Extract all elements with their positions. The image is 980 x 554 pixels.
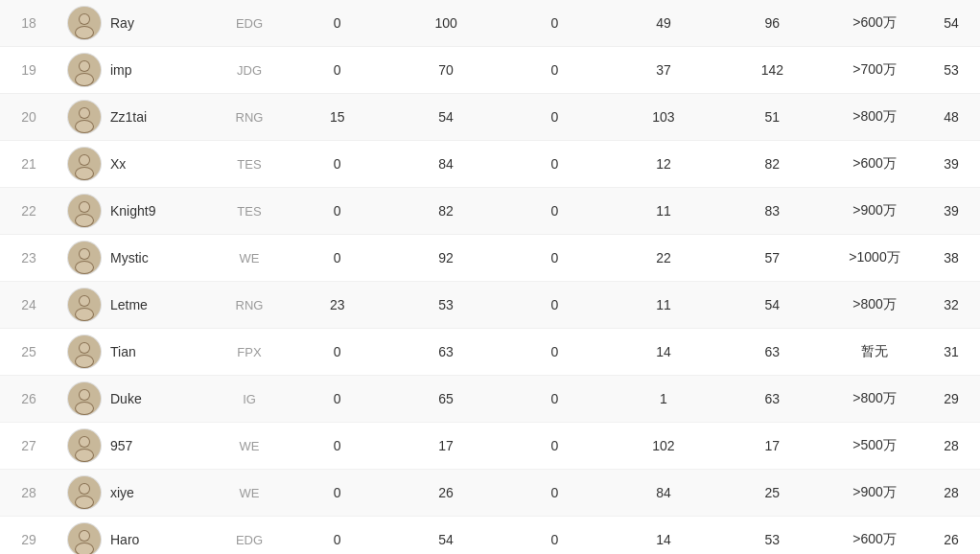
avatar-cell <box>58 194 110 228</box>
stat4-cell: 11 <box>609 297 717 312</box>
avatar <box>67 241 102 275</box>
name-cell: 957 <box>110 438 216 453</box>
rank-cell: 22 <box>0 203 58 219</box>
stat4-cell: 84 <box>609 485 717 500</box>
name-cell: xiye <box>110 485 216 500</box>
rank-cell: 29 <box>0 532 58 547</box>
player-avatar-icon <box>68 54 101 86</box>
stat2-cell: 100 <box>391 15 500 31</box>
svg-point-29 <box>76 262 93 273</box>
player-avatar-icon <box>68 242 101 274</box>
score-cell: 38 <box>922 250 980 265</box>
stat2-cell: 53 <box>391 297 500 312</box>
table-row: 26 Duke IG 0 65 0 1 63 >800万 <box>0 376 980 423</box>
table-row: 22 Knight9 TES 0 82 0 11 83 >900万 <box>0 188 980 235</box>
avatar-cell <box>58 100 110 134</box>
table-row: 20 Zz1tai RNG 15 54 0 103 51 >800 <box>0 94 980 141</box>
stat5-cell: 57 <box>718 250 827 265</box>
svg-point-14 <box>76 121 93 132</box>
svg-point-33 <box>80 296 89 306</box>
svg-point-44 <box>76 403 93 414</box>
avatar-cell <box>58 475 110 510</box>
name-cell: Tian <box>110 344 216 359</box>
score-cell: 28 <box>922 438 980 453</box>
rank-cell: 26 <box>0 391 58 406</box>
rank-cell: 19 <box>0 62 58 78</box>
player-avatar-icon <box>68 429 101 462</box>
stat1-cell: 0 <box>283 344 391 359</box>
svg-point-39 <box>76 356 93 367</box>
avatar <box>67 100 102 134</box>
svg-point-13 <box>80 108 89 118</box>
stat2-cell: 54 <box>391 532 500 547</box>
avatar <box>67 335 102 369</box>
salary-cell: >800万 <box>827 108 922 126</box>
svg-point-3 <box>80 14 89 24</box>
player-avatar-icon <box>68 382 101 415</box>
svg-point-53 <box>80 484 89 494</box>
stat3-cell: 0 <box>501 297 609 312</box>
stat1-cell: 0 <box>283 438 391 453</box>
svg-point-23 <box>80 202 89 212</box>
table-row: 21 Xx TES 0 84 0 12 82 >600万 <box>0 141 980 188</box>
svg-point-58 <box>80 531 89 541</box>
svg-point-38 <box>80 343 89 353</box>
team-cell: FPX <box>216 345 283 359</box>
stat1-cell: 0 <box>283 485 391 500</box>
stat1-cell: 0 <box>283 15 391 31</box>
stat4-cell: 22 <box>609 250 717 265</box>
svg-point-8 <box>80 61 89 71</box>
stat3-cell: 0 <box>501 438 609 453</box>
svg-point-54 <box>76 496 93 508</box>
team-cell: WE <box>216 486 283 500</box>
stat2-cell: 63 <box>391 344 500 359</box>
player-avatar-icon <box>68 101 101 133</box>
name-cell: imp <box>110 62 216 78</box>
score-cell: 26 <box>922 532 980 547</box>
stat2-cell: 54 <box>391 109 500 125</box>
stat3-cell: 0 <box>501 250 609 265</box>
salary-cell: 暂无 <box>827 343 922 360</box>
salary-cell: >700万 <box>827 61 922 79</box>
avatar-cell <box>58 522 110 554</box>
svg-point-9 <box>76 74 93 85</box>
name-cell: Mystic <box>110 250 216 265</box>
team-cell: TES <box>216 204 283 219</box>
avatar-cell <box>58 335 110 369</box>
rank-cell: 21 <box>0 156 58 172</box>
avatar <box>67 194 102 228</box>
stat4-cell: 37 <box>609 62 717 78</box>
stat5-cell: 25 <box>718 485 827 500</box>
stat2-cell: 84 <box>391 156 500 172</box>
name-cell: Knight9 <box>110 203 216 219</box>
team-cell: RNG <box>216 298 283 312</box>
name-cell: Ray <box>110 15 216 31</box>
stat4-cell: 12 <box>609 156 717 172</box>
stat4-cell: 1 <box>609 391 717 406</box>
svg-point-18 <box>80 155 89 165</box>
score-cell: 31 <box>922 344 980 359</box>
stat5-cell: 96 <box>718 15 827 31</box>
svg-point-24 <box>76 215 93 226</box>
salary-cell: >900万 <box>827 484 922 501</box>
stat1-cell: 15 <box>283 109 391 125</box>
table-row: 28 xiye WE 0 26 0 84 25 >900万 <box>0 470 980 517</box>
stat2-cell: 70 <box>391 62 500 78</box>
name-cell: Duke <box>110 391 216 406</box>
stat5-cell: 53 <box>718 532 827 547</box>
team-cell: WE <box>216 251 283 265</box>
salary-cell: >600万 <box>827 155 922 173</box>
avatar-cell <box>58 381 110 416</box>
stat1-cell: 0 <box>283 532 391 547</box>
table-row: 25 Tian FPX 0 63 0 14 63 暂无 <box>0 329 980 376</box>
avatar-cell <box>58 288 110 322</box>
rank-cell: 23 <box>0 250 58 265</box>
stat3-cell: 0 <box>501 15 609 31</box>
stat1-cell: 0 <box>283 203 391 219</box>
score-cell: 32 <box>922 297 980 312</box>
salary-cell: >900万 <box>827 202 922 219</box>
stat2-cell: 17 <box>391 438 500 453</box>
salary-cell: >800万 <box>827 296 922 313</box>
stat4-cell: 14 <box>609 344 717 359</box>
team-cell: JDG <box>216 63 283 78</box>
